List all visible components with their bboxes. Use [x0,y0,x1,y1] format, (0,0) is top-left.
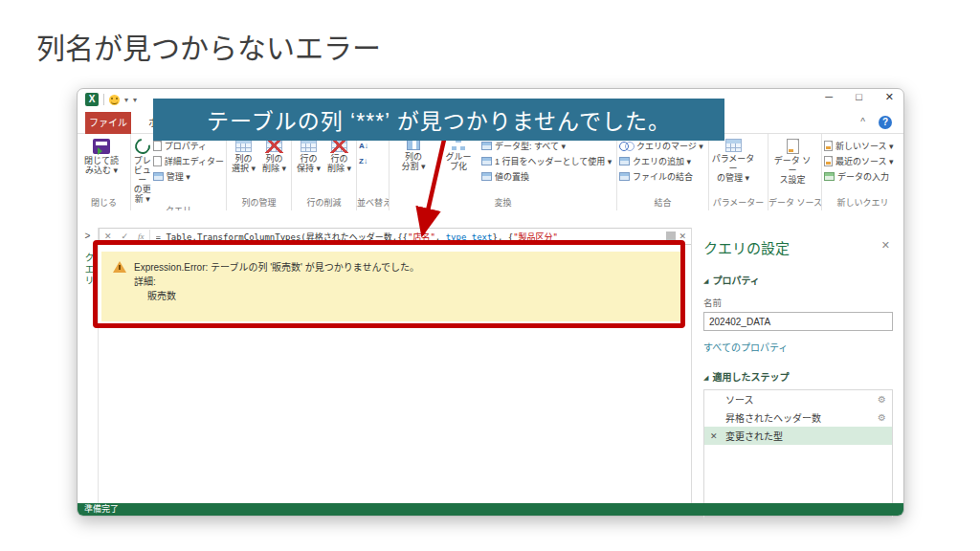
merge-queries-label: クエリのマージ ▾ [636,140,703,152]
group-by-button[interactable]: グルー プ化 [436,137,480,171]
tab-file[interactable]: ファイル [85,112,131,134]
append-queries-button[interactable]: クエリの追加 ▾ [619,155,703,167]
split-column-button[interactable]: 列の 分割 ▾ [391,137,435,171]
query-name-input[interactable] [703,312,893,331]
manage-parameters-icon [725,139,742,152]
remove-rows-label: 行の 削除 ▾ [327,154,351,173]
close-and-load-label: 閉じて読 み込む ▾ [84,156,119,175]
manage-parameters-button[interactable]: パラメーター の管理 ▾ [711,137,755,183]
sort-ascending-button[interactable]: A↓ [359,140,368,152]
step-label: 昇格されたヘッダー数 [725,410,821,425]
combine-files-button[interactable]: ファイルの結合 [619,170,703,183]
refresh-icon [132,136,153,157]
replace-values-button[interactable]: 値の置換 [481,170,612,183]
ribbon-group-reduce-rows: 行の 保持 ▾ 行の 削除 ▾ 行の削減 [292,134,357,210]
enter-data-label: データの入力 [837,170,889,183]
merge-queries-button[interactable]: クエリのマージ ▾ [619,140,703,152]
append-queries-label: クエリの追加 ▾ [633,155,691,167]
data-source-settings-icon [787,139,799,154]
header-row-icon [481,157,492,165]
document-icon [153,141,162,151]
step-settings-gear-icon[interactable]: ⚙ [878,412,886,423]
properties-section-header[interactable]: ◢プロパティ [703,273,892,287]
ribbon-group-manage-columns: 列の 選択 ▾ 列の 削除 ▾ 列の管理 [227,134,292,210]
sort-ascending-icon: A↓ [359,142,368,150]
properties-label: プロパティ [165,140,207,152]
table-icon [153,172,164,181]
applied-steps-list: ソース ⚙ 昇格されたヘッダー数 ⚙ ✕ 変更された型 [703,389,893,519]
replace-values-icon [481,172,492,181]
ribbon-group-combine: クエリのマージ ▾ クエリの追加 ▾ ファイルの結合 結合 [617,134,709,210]
group-label-sort: 並べ替え [357,196,389,210]
append-queries-icon [619,157,630,165]
smiley-caret-icon[interactable]: ▾ [124,96,128,104]
enter-data-icon [824,172,835,181]
remove-table-icon [266,139,282,152]
sort-descending-button[interactable]: Z↓ [359,155,368,167]
query-settings-panel: クエリの設定 ✕ ◢プロパティ 名前 すべてのプロパティ ◢適用したステップ ソ… [691,228,903,503]
step-label: 変更された型 [725,429,783,443]
keep-rows-button[interactable]: 行の 保持 ▾ [294,137,323,173]
properties-button[interactable]: プロパティ [153,140,224,152]
feedback-smiley-icon[interactable] [109,95,120,105]
group-label-parameters: パラメーター [709,196,768,210]
use-first-row-label: 1 行目をヘッダーとして使用 ▾ [495,155,612,167]
new-source-icon [824,141,833,151]
choose-columns-button[interactable]: 列の 選択 ▾ [229,137,258,173]
recent-sources-icon [824,156,833,166]
step-promoted-headers[interactable]: 昇格されたヘッダー数 ⚙ [704,408,892,427]
close-button[interactable]: ✕ [885,91,894,103]
use-first-row-as-headers-button[interactable]: 1 行目をヘッダーとして使用 ▾ [481,155,612,167]
maximize-button[interactable]: □ [856,91,862,103]
quick-access-caret-icon[interactable]: ▾ [133,96,137,104]
recent-sources-label: 最近のソース ▾ [835,155,894,167]
annotation-callout: テーブルの列 ‘***’ が見つかりませんでした。 [153,99,724,141]
panel-close-icon[interactable]: ✕ [881,239,890,252]
replace-values-label: 値の置換 [495,170,529,183]
group-label-manage-columns: 列の管理 [227,196,291,210]
delete-step-icon[interactable]: ✕ [710,431,718,441]
help-icon[interactable]: ? [879,116,892,129]
split-column-label: 列の 分割 ▾ [401,152,425,171]
data-type-button[interactable]: データ型: すべて ▾ [481,140,612,152]
keep-rows-label: 行の 保持 ▾ [297,154,321,173]
ribbon-group-transform: 列の 分割 ▾ グルー プ化 データ型: すべて ▾ 1 行目をヘッダーとして使… [390,134,617,210]
group-label-query: クエリ [131,204,226,210]
manage-parameters-label: パラメーター の管理 ▾ [711,154,755,183]
advanced-editor-button[interactable]: 詳細エディター [153,155,224,167]
step-settings-gear-icon[interactable]: ⚙ [878,394,886,405]
ribbon-group-new-query: 新しいソース ▾ 最近のソース ▾ データの入力 新しいクエリ [822,134,903,210]
step-source[interactable]: ソース ⚙ [704,390,892,408]
enter-data-button[interactable]: データの入力 [824,170,894,183]
slide-title: 列名が見つからないエラー [36,25,381,67]
data-source-settings-label: データ ソー ス設定 [770,156,814,185]
all-properties-link[interactable]: すべてのプロパティ [703,340,892,354]
new-source-button[interactable]: 新しいソース ▾ [824,140,894,152]
ribbon-group-query: プレビュー の更新 ▾ プロパティ 詳細エディター 管理 ▾ [131,134,227,210]
advanced-editor-label: 詳細エディター [165,155,224,167]
group-label-new-query: 新しいクエリ [822,196,903,210]
remove-columns-button[interactable]: 列の 削除 ▾ [259,137,289,173]
name-label: 名前 [703,296,892,309]
group-label-data-source: データ ソース [768,196,821,210]
applied-steps-section-header[interactable]: ◢適用したステップ [703,369,892,384]
remove-rows-button[interactable]: 行の 削除 ▾ [324,137,354,173]
step-changed-type[interactable]: ✕ 変更された型 [704,427,892,445]
recent-sources-button[interactable]: 最近のソース ▾ [824,155,894,167]
data-source-settings-button[interactable]: データ ソー ス設定 [770,137,814,185]
minimize-button[interactable]: ─ [825,91,833,103]
group-label-transform: 変換 [390,196,616,210]
manage-button[interactable]: 管理 ▾ [153,170,224,183]
table-grid-icon [235,139,252,152]
refresh-preview-button[interactable]: プレビュー の更新 ▾ [133,137,152,204]
ribbon-group-sort: A↓ Z↓ 並べ替え [357,134,390,210]
table-grid-icon [301,139,317,152]
close-and-load-button[interactable]: 閉じて読 み込む ▾ [79,137,123,175]
remove-table-icon [331,139,347,152]
excel-app-icon: X [85,93,99,106]
collapse-ribbon-icon[interactable]: ^ [860,117,865,127]
manage-label: 管理 ▾ [167,170,190,183]
ribbon-group-data-source: データ ソー ス設定 データ ソース [768,134,822,210]
remove-columns-label: 列の 削除 ▾ [262,154,286,173]
ribbon-group-parameters: パラメーター の管理 ▾ パラメーター [709,134,768,210]
